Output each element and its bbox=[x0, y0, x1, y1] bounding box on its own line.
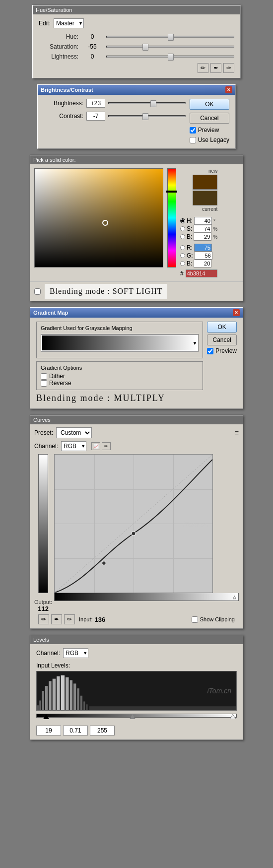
curves-input-arrow: △ bbox=[233, 595, 236, 600]
s-input[interactable] bbox=[194, 225, 211, 233]
levels-black-triangle[interactable] bbox=[43, 714, 49, 721]
curves-channel-dropdown-wrap[interactable]: RGB ▼ bbox=[61, 441, 86, 451]
levels-channel-row: Channel: RGB ▼ bbox=[36, 648, 237, 658]
svg-rect-4 bbox=[39, 701, 41, 711]
curves-graph[interactable]: iTom.cn bbox=[54, 454, 213, 593]
eyedropper-btn-1[interactable]: ✏ bbox=[198, 63, 208, 73]
hex-input[interactable] bbox=[186, 269, 217, 277]
gradient-map-title: Gradient Map bbox=[33, 310, 68, 316]
contrast-slider-thumb[interactable] bbox=[142, 113, 148, 120]
brightness-slider-thumb[interactable] bbox=[150, 100, 156, 107]
curves-menu-icon[interactable]: ≡ bbox=[235, 429, 239, 437]
levels-channel-dropdown-wrap[interactable]: RGB ▼ bbox=[63, 648, 88, 658]
h-radio[interactable] bbox=[180, 218, 185, 223]
svg-line-0 bbox=[55, 455, 212, 593]
curves-eyedropper-3[interactable]: ✑ bbox=[64, 614, 75, 624]
h-unit: ° bbox=[213, 218, 215, 224]
preset-select[interactable]: Custom bbox=[56, 427, 92, 438]
output-label: Output: bbox=[34, 599, 52, 605]
gradient-blending-area: Blending mode : MULTIPLY bbox=[36, 393, 203, 403]
gradient-cancel-button[interactable]: Cancel bbox=[207, 334, 237, 345]
eyedropper-btn-2[interactable]: ✒ bbox=[210, 63, 221, 73]
bc-preview-checkbox[interactable] bbox=[190, 127, 196, 134]
gradient-preview-checkbox[interactable] bbox=[207, 348, 213, 354]
sat-slider-thumb[interactable] bbox=[142, 44, 148, 51]
levels-input-gamma[interactable] bbox=[63, 726, 88, 735]
gradient-options-box: Gradient Options Dither Reverse bbox=[36, 361, 203, 390]
light-slider-thumb[interactable] bbox=[168, 54, 174, 61]
b-input[interactable] bbox=[194, 233, 211, 241]
reverse-checkbox[interactable] bbox=[41, 380, 47, 387]
curves-bottom-bar: ✏ ✒ ✑ Input: 136 Show Clipping bbox=[34, 614, 239, 624]
color-hue-bar[interactable] bbox=[167, 168, 176, 267]
b-radio[interactable] bbox=[180, 234, 185, 239]
brightness-input[interactable] bbox=[86, 99, 105, 108]
preset-dropdown-wrap[interactable]: Custom bbox=[56, 427, 232, 438]
dither-checkbox[interactable] bbox=[41, 373, 47, 380]
r-input[interactable] bbox=[194, 244, 212, 252]
color-picker-titlebar: Pick a solid color: bbox=[30, 155, 243, 164]
color-blending-checkbox[interactable] bbox=[34, 288, 41, 295]
new-color-swatch bbox=[193, 175, 217, 190]
h-input[interactable] bbox=[194, 217, 212, 225]
output-value: 112 bbox=[34, 605, 52, 612]
gradient-map-close-button[interactable]: ✕ bbox=[233, 309, 240, 316]
svg-rect-7 bbox=[49, 681, 51, 711]
gradient-map-titlebar: Gradient Map ✕ bbox=[30, 308, 243, 318]
g-input-row: G: bbox=[180, 252, 217, 260]
levels-channel-select[interactable]: RGB bbox=[63, 648, 88, 658]
levels-input-black[interactable] bbox=[36, 726, 61, 735]
show-clipping-checkbox[interactable] bbox=[192, 616, 198, 623]
color-gradient-field[interactable] bbox=[34, 168, 163, 267]
light-slider-track[interactable] bbox=[106, 56, 234, 58]
eyedropper-btn-3[interactable]: ✑ bbox=[223, 63, 234, 73]
bc-preview-row: Preview bbox=[190, 127, 229, 134]
levels-watermark: iTom.cn bbox=[207, 687, 231, 695]
hex-row: # bbox=[180, 269, 217, 277]
levels-input-white[interactable] bbox=[90, 726, 115, 735]
bc-legacy-checkbox[interactable] bbox=[190, 137, 196, 143]
gradient-bar-container[interactable]: ▼ bbox=[41, 334, 199, 352]
s-radio[interactable] bbox=[180, 226, 185, 231]
g-input[interactable] bbox=[195, 252, 212, 260]
svg-rect-6 bbox=[45, 686, 48, 710]
g-radio[interactable] bbox=[180, 253, 185, 258]
svg-rect-9 bbox=[57, 676, 60, 710]
b2-input[interactable] bbox=[194, 260, 211, 267]
r-radio[interactable] bbox=[180, 245, 185, 250]
contrast-input[interactable] bbox=[86, 112, 105, 121]
s-input-row: S: % bbox=[180, 225, 217, 233]
levels-gray-triangle[interactable] bbox=[130, 714, 136, 721]
svg-marker-21 bbox=[230, 714, 236, 719]
bc-close-button[interactable]: ✕ bbox=[225, 86, 232, 93]
h-input-row: H: ° bbox=[180, 217, 217, 225]
bc-ok-button[interactable]: OK bbox=[190, 99, 229, 110]
gradient-options-title: Gradient Options bbox=[41, 365, 199, 371]
sat-slider-track[interactable] bbox=[106, 46, 234, 48]
curves-channel-select[interactable]: RGB bbox=[61, 441, 86, 451]
gradient-ok-button[interactable]: OK bbox=[207, 322, 237, 333]
hue-slider-track[interactable] bbox=[106, 36, 234, 38]
svg-rect-17 bbox=[86, 704, 87, 710]
levels-channel-label: Channel: bbox=[36, 650, 60, 657]
edit-select[interactable]: Master bbox=[54, 18, 84, 28]
color-inputs-section: H: ° S: % B: % bbox=[180, 217, 217, 277]
svg-rect-14 bbox=[77, 688, 79, 710]
contrast-row: Contrast: bbox=[44, 112, 186, 121]
contrast-slider[interactable] bbox=[108, 115, 186, 117]
curves-eyedropper-1[interactable]: ✏ bbox=[38, 614, 49, 624]
curves-tool-draw[interactable]: ✏ bbox=[102, 442, 111, 450]
eyedropper-row: ✏ ✒ ✑ bbox=[39, 63, 234, 73]
gradient-preview-label: Preview bbox=[215, 347, 237, 354]
curves-eyedropper-2[interactable]: ✒ bbox=[51, 614, 62, 624]
bc-cancel-button[interactable]: Cancel bbox=[190, 113, 229, 124]
edit-dropdown-wrap[interactable]: Master ▼ bbox=[54, 18, 84, 28]
color-picker-area: new current H: ° S: % bbox=[30, 164, 243, 281]
b2-radio[interactable] bbox=[180, 261, 185, 266]
light-label: Lightness: bbox=[39, 53, 78, 60]
curves-tool-pencil[interactable]: 📈 bbox=[91, 442, 100, 450]
brightness-slider[interactable] bbox=[108, 102, 186, 104]
levels-white-triangle[interactable] bbox=[230, 714, 236, 721]
b-label: B: bbox=[187, 233, 192, 240]
hue-slider-thumb[interactable] bbox=[168, 34, 174, 41]
